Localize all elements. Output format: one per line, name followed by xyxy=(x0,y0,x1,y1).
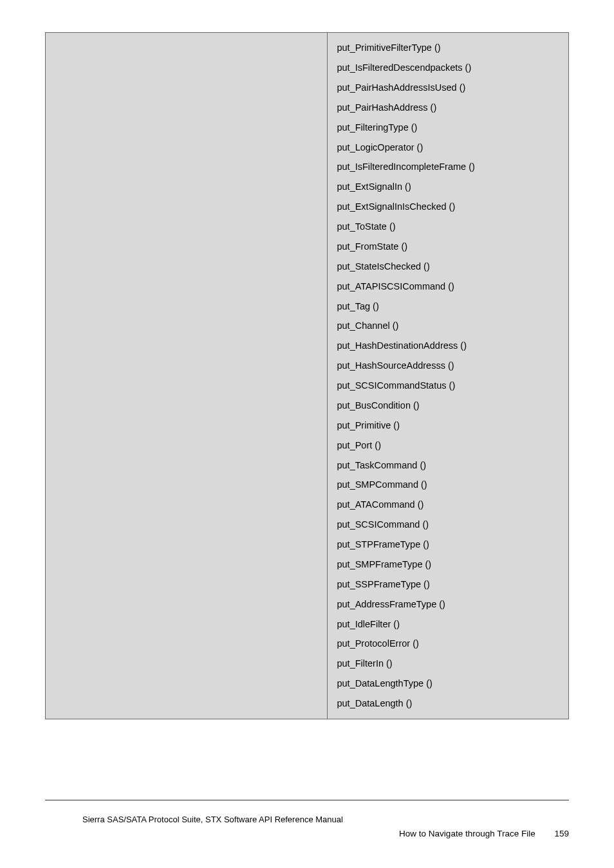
function-entry: put_SMPCommand () xyxy=(337,475,561,495)
function-entry: put_FilterIn () xyxy=(337,654,561,674)
function-entry: put_AddressFrameType () xyxy=(337,595,561,614)
function-entry: put_TaskCommand () xyxy=(337,455,561,475)
function-entry: put_SCSICommand () xyxy=(337,515,561,535)
function-entry: put_HashDestinationAddress () xyxy=(337,336,561,356)
function-entry: put_FromState () xyxy=(337,237,561,257)
function-entry: put_Channel () xyxy=(337,316,561,336)
function-entry: put_DataLength () xyxy=(337,694,561,714)
footer-doc-title: Sierra SAS/SATA Protocol Suite, STX Soft… xyxy=(82,815,343,824)
function-entry: put_ATAPISCSICommand () xyxy=(337,277,561,297)
function-entry: put_ProtocolError () xyxy=(337,634,561,654)
function-entry: put_LogicOperator () xyxy=(337,137,561,157)
function-entry: put_SMPFrameType () xyxy=(337,555,561,575)
function-entry: put_ExtSignalIn () xyxy=(337,177,561,197)
function-entry: put_ExtSignalInIsChecked () xyxy=(337,197,561,217)
footer-section: How to Navigate through Trace File 159 xyxy=(399,829,569,838)
function-entry: put_Tag () xyxy=(337,296,561,316)
function-entry: put_STPFrameType () xyxy=(337,535,561,555)
function-entry: put_HashSourceAddresss () xyxy=(337,356,561,376)
function-entry: put_Primitive () xyxy=(337,416,561,436)
function-entry: put_BusCondition () xyxy=(337,396,561,416)
table-left-column xyxy=(46,33,328,719)
footer-rule xyxy=(45,800,569,800)
function-entry: put_IdleFilter () xyxy=(337,614,561,634)
function-entry: put_IsFilteredDescendpackets () xyxy=(337,58,561,78)
function-entry: put_PairHashAddressIsUsed () xyxy=(337,78,561,98)
function-entry: put_ToState () xyxy=(337,217,561,237)
api-table: put_PrimitiveFilterType ()put_IsFiltered… xyxy=(45,32,569,719)
function-entry: put_Port () xyxy=(337,436,561,456)
function-entry: put_IsFilteredIncompleteFrame () xyxy=(337,157,561,177)
function-entry: put_StateIsChecked () xyxy=(337,257,561,277)
table-right-column: put_PrimitiveFilterType ()put_IsFiltered… xyxy=(328,33,568,719)
page-container: put_PrimitiveFilterType ()put_IsFiltered… xyxy=(0,0,614,868)
footer-section-title: How to Navigate through Trace File xyxy=(399,829,535,838)
function-entry: put_SSPFrameType () xyxy=(337,575,561,595)
page-number: 159 xyxy=(554,829,569,838)
function-entry: put_ATACommand () xyxy=(337,495,561,515)
function-entry: put_DataLengthType () xyxy=(337,674,561,694)
function-entry: put_PrimitiveFilterType () xyxy=(337,38,561,58)
function-entry: put_PairHashAddress () xyxy=(337,98,561,118)
function-entry: put_FilteringType () xyxy=(337,118,561,138)
function-entry: put_SCSICommandStatus () xyxy=(337,376,561,396)
